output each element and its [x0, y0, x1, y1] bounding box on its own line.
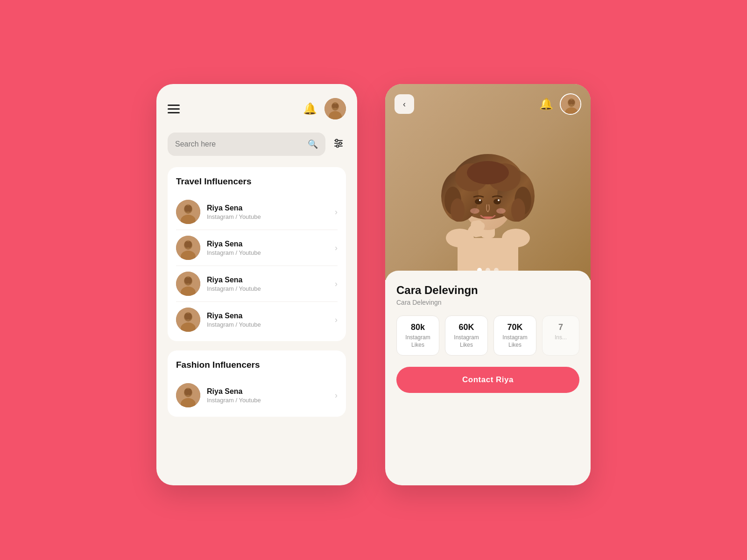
profile-card: Cara Delevingn Cara Delevingn 80k Instag…	[385, 271, 591, 408]
svg-point-57	[511, 198, 525, 222]
stat-value: 80k	[402, 322, 434, 332]
influencer-item[interactable]: Riya Sena Instagram / Youtube ›	[176, 266, 338, 302]
svg-point-24	[187, 277, 192, 284]
svg-point-61	[498, 199, 500, 201]
right-bell-icon[interactable]: 🔔	[539, 98, 553, 111]
chevron-right-icon: ›	[335, 391, 338, 400]
influencer-avatar	[176, 272, 200, 296]
back-button[interactable]: ‹	[395, 94, 414, 114]
search-bar: 🔍	[168, 133, 346, 156]
svg-point-62	[470, 208, 479, 214]
influencer-info: Riya Sena Instagram / Youtube	[207, 240, 328, 256]
profile-name: Cara Delevingn	[396, 284, 579, 297]
stat-value: 70K	[499, 322, 531, 332]
travel-influencers-section: Travel Influencers Riya Sena Instagram /…	[168, 167, 346, 341]
svg-point-58	[475, 199, 482, 204]
svg-point-19	[187, 241, 192, 248]
influencer-info: Riya Sena Instagram / Youtube	[207, 387, 328, 404]
influencer-name: Riya Sena	[207, 276, 328, 284]
chevron-right-icon: ›	[335, 207, 338, 217]
stat-card-instagram-likes-3: 70K InstagramLikes	[493, 315, 536, 356]
influencer-item[interactable]: Riya Sena Instagram / Youtube ›	[176, 378, 338, 407]
svg-point-45	[502, 229, 530, 247]
left-panel: 🔔 🔍	[156, 84, 357, 485]
fashion-section-title: Fashion Influencers	[176, 360, 338, 370]
influencer-avatar	[176, 200, 200, 224]
chevron-right-icon: ›	[335, 279, 338, 289]
header-right: 🔔	[303, 98, 346, 119]
right-header-right: 🔔	[539, 93, 581, 115]
svg-point-10	[337, 145, 339, 147]
influencer-name: Riya Sena	[207, 387, 328, 396]
influencer-avatar	[176, 236, 200, 260]
bell-icon[interactable]: 🔔	[303, 102, 317, 115]
influencer-info: Riya Sena Instagram / Youtube	[207, 312, 328, 328]
hamburger-menu[interactable]	[168, 105, 180, 113]
influencer-item[interactable]: Riya Sena Instagram / Youtube ›	[176, 230, 338, 266]
fashion-influencers-section: Fashion Influencers Riya Sena Instagram …	[168, 350, 346, 417]
filter-icon	[333, 138, 344, 149]
stat-label: InstagramLikes	[499, 334, 531, 349]
search-input[interactable]	[175, 140, 303, 148]
stat-label: InstagramLikes	[402, 334, 434, 349]
stat-card-instagram-likes-2: 60K InstagramLikes	[445, 315, 488, 356]
left-header: 🔔	[168, 98, 346, 119]
influencer-name: Riya Sena	[207, 240, 328, 248]
chevron-right-icon: ›	[335, 243, 338, 253]
right-user-avatar[interactable]	[560, 93, 581, 115]
svg-point-63	[496, 208, 506, 214]
influencer-platform: Instagram / Youtube	[207, 213, 328, 220]
profile-username: Cara Delevingn	[396, 299, 579, 306]
stat-card-instagram-likes-4: 7 Ins...	[542, 315, 579, 356]
travel-section-title: Travel Influencers	[176, 176, 338, 187]
influencer-name: Riya Sena	[207, 204, 328, 212]
svg-point-53	[467, 161, 509, 184]
svg-point-39	[571, 100, 575, 105]
influencer-platform: Instagram / Youtube	[207, 397, 328, 404]
influencer-name: Riya Sena	[207, 312, 328, 320]
svg-point-60	[479, 199, 481, 201]
search-icon: 🔍	[308, 139, 318, 149]
svg-point-29	[187, 313, 192, 320]
contact-button[interactable]: Contact Riya	[396, 367, 579, 393]
right-panel: ‹ 🔔	[385, 84, 591, 485]
svg-point-14	[187, 205, 192, 212]
influencer-item[interactable]: Riya Sena Instagram / Youtube ›	[176, 302, 338, 332]
influencer-item[interactable]: Riya Sena Instagram / Youtube ›	[176, 194, 338, 230]
influencer-avatar	[176, 383, 200, 407]
filter-button[interactable]	[331, 136, 346, 153]
stat-value: 7	[547, 322, 574, 332]
influencer-platform: Instagram / Youtube	[207, 249, 328, 256]
influencer-avatar	[176, 308, 200, 332]
user-avatar[interactable]	[324, 98, 346, 119]
svg-point-4	[335, 104, 338, 108]
svg-point-6	[336, 139, 338, 141]
search-input-wrap[interactable]: 🔍	[168, 133, 325, 156]
influencer-platform: Instagram / Youtube	[207, 321, 328, 328]
stat-value: 60K	[450, 322, 483, 332]
stat-label: Ins...	[547, 334, 574, 342]
right-header: ‹ 🔔	[385, 93, 591, 115]
svg-point-34	[187, 389, 192, 395]
screens-container: 🔔 🔍	[156, 75, 591, 485]
influencer-info: Riya Sena Instagram / Youtube	[207, 276, 328, 292]
chevron-right-icon: ›	[335, 315, 338, 325]
influencer-info: Riya Sena Instagram / Youtube	[207, 204, 328, 220]
stats-row: 80k InstagramLikes 60K InstagramLikes 70…	[396, 315, 579, 356]
svg-point-8	[339, 142, 342, 144]
svg-point-56	[451, 198, 465, 222]
svg-point-59	[493, 199, 501, 204]
stat-label: InstagramLikes	[450, 334, 483, 349]
influencer-platform: Instagram / Youtube	[207, 285, 328, 292]
stat-card-instagram-likes-1: 80k InstagramLikes	[396, 315, 439, 356]
